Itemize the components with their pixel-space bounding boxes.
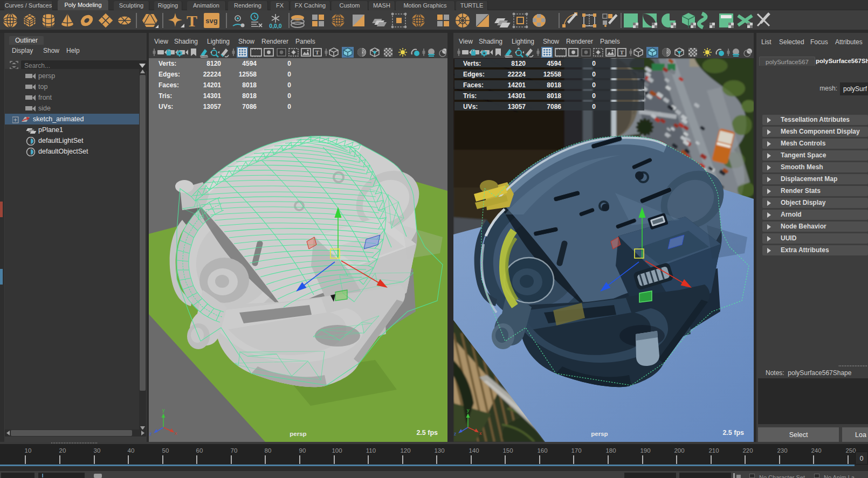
svg-text:4594: 4594: [547, 60, 561, 67]
svg-text:0: 0: [592, 103, 596, 110]
svg-text:z: z: [149, 431, 152, 437]
svg-text:T: T: [315, 49, 320, 56]
svg-text:0,0,0: 0,0,0: [269, 23, 282, 29]
svg-text:0: 0: [287, 71, 291, 78]
svg-text:T: T: [187, 12, 197, 30]
svg-text:14201: 14201: [508, 81, 526, 89]
svg-text:8120: 8120: [511, 60, 526, 67]
svg-text:7086: 7086: [242, 103, 257, 110]
svg-text:13057: 13057: [508, 103, 526, 110]
svg-text:13057: 13057: [203, 103, 222, 110]
svg-text:4594: 4594: [242, 60, 257, 67]
svg-text:z: z: [454, 431, 457, 437]
svg-text:T: T: [620, 49, 624, 56]
svg-text:8018: 8018: [242, 92, 257, 100]
svg-text:UVs:: UVs:: [463, 103, 478, 110]
svg-text:Edges:: Edges:: [463, 71, 485, 78]
svg-text:Verts:: Verts:: [463, 60, 481, 67]
svg-text:22224: 22224: [203, 71, 222, 78]
svg-text:persp: persp: [290, 431, 306, 437]
svg-text:persp: persp: [591, 431, 608, 437]
svg-text:14301: 14301: [508, 92, 526, 100]
svg-text:0: 0: [287, 81, 291, 89]
svg-text:Faces:: Faces:: [159, 81, 179, 89]
svg-text:8018: 8018: [547, 92, 561, 100]
svg-text:svg: svg: [205, 17, 217, 25]
svg-text:y: y: [162, 407, 165, 413]
svg-text:Tris:: Tris:: [463, 92, 477, 100]
svg-text:7086: 7086: [547, 103, 561, 110]
svg-text:0: 0: [592, 81, 596, 89]
svg-text:y: y: [467, 407, 470, 413]
svg-text:0: 0: [592, 71, 596, 78]
svg-text:0: 0: [287, 103, 291, 110]
svg-text:UVs:: UVs:: [159, 103, 173, 110]
svg-text:0: 0: [592, 60, 596, 67]
svg-text:8018: 8018: [242, 81, 257, 89]
svg-text:0: 0: [287, 92, 291, 100]
svg-text:2.5 fps: 2.5 fps: [416, 429, 438, 437]
svg-text:Edges:: Edges:: [159, 71, 180, 78]
svg-text:x: x: [479, 431, 482, 436]
svg-text:x: x: [175, 431, 177, 436]
svg-text:Faces:: Faces:: [463, 81, 484, 89]
svg-text:2.5 fps: 2.5 fps: [722, 429, 744, 437]
svg-text:Tris:: Tris:: [159, 92, 172, 100]
svg-text:0: 0: [287, 60, 291, 67]
svg-text:22224: 22224: [508, 71, 526, 78]
svg-text:Verts:: Verts:: [159, 60, 176, 67]
svg-text:14201: 14201: [203, 81, 222, 89]
svg-text:0: 0: [592, 92, 596, 100]
svg-text:8120: 8120: [206, 60, 221, 67]
svg-text:12558: 12558: [239, 71, 257, 78]
svg-text:8018: 8018: [547, 81, 561, 89]
svg-text:14301: 14301: [203, 92, 222, 100]
svg-text:12558: 12558: [543, 71, 562, 78]
